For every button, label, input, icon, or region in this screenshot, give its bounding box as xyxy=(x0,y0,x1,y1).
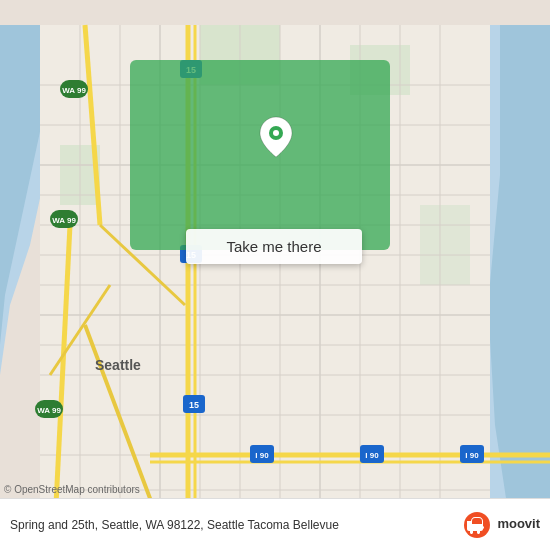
svg-text:I 90: I 90 xyxy=(465,451,479,460)
map-attribution: © OpenStreetMap contributors xyxy=(4,484,140,495)
svg-point-58 xyxy=(273,130,279,136)
svg-text:Seattle: Seattle xyxy=(95,357,141,373)
moovit-logo: moovit xyxy=(463,511,540,539)
svg-text:I 90: I 90 xyxy=(365,451,379,460)
svg-text:WA 99: WA 99 xyxy=(37,406,61,415)
svg-rect-5 xyxy=(420,205,470,285)
map-container: 15 15 15 WA 99 WA 99 WA 99 I 90 I 90 I 9… xyxy=(0,0,550,550)
map-pin xyxy=(258,115,294,159)
moovit-brand-name: moovit xyxy=(497,517,540,531)
take-me-there-button[interactable]: Take me there xyxy=(186,229,362,264)
svg-text:I 90: I 90 xyxy=(255,451,269,460)
svg-text:WA 99: WA 99 xyxy=(62,86,86,95)
moovit-icon xyxy=(463,511,491,539)
svg-text:15: 15 xyxy=(189,400,199,410)
moovit-text: moovit xyxy=(497,517,540,531)
svg-text:WA 99: WA 99 xyxy=(52,216,76,225)
address-text: Spring and 25th, Seattle, WA 98122, Seat… xyxy=(10,518,463,532)
bottom-bar: Spring and 25th, Seattle, WA 98122, Seat… xyxy=(0,498,550,550)
